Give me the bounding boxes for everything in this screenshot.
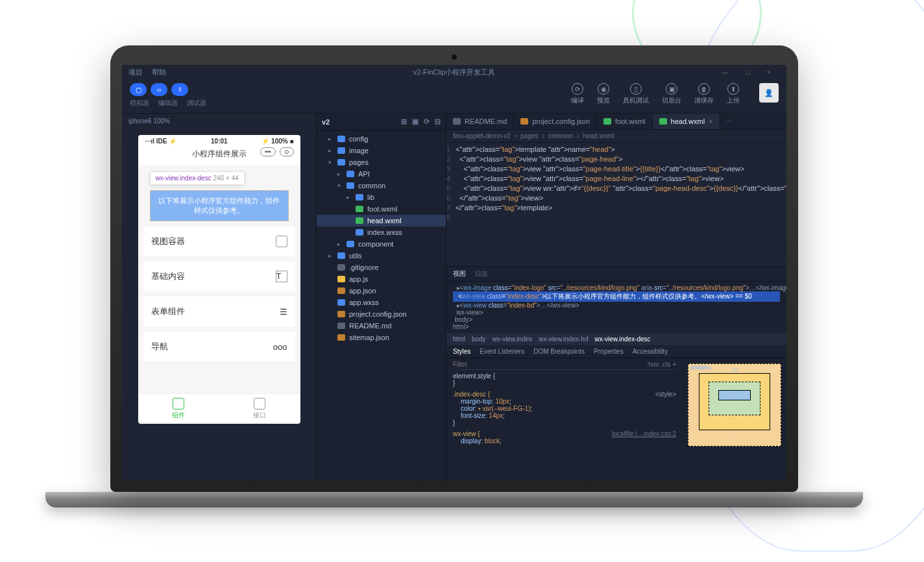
menu-item[interactable]: 视图容器	[143, 226, 295, 256]
label-debug: 调试器	[187, 99, 206, 108]
tree-node[interactable]: README.md	[317, 320, 446, 332]
upload-button[interactable]: ⬆上传	[727, 83, 740, 105]
hov-toggle[interactable]: :hov	[647, 361, 659, 368]
menubar: 项目 帮助 v2-FinClip小程序开发工具 — □ ×	[122, 65, 786, 79]
tree-node[interactable]: .gitignore	[317, 262, 446, 273]
tree-node[interactable]: ▾common	[317, 180, 446, 191]
tab-view[interactable]: 视图	[453, 269, 466, 278]
menu-dots-icon[interactable]: •••	[260, 147, 275, 156]
main-row: iphone6 100% ⋯ıl IDE ⚡ 10:01 ⚡ 100% ■ 小程…	[122, 114, 786, 480]
menu-item[interactable]: 导航ooo	[143, 332, 295, 361]
tree-node[interactable]: head.wxml	[317, 215, 446, 226]
app-screen: 项目 帮助 v2-FinClip小程序开发工具 — □ × ▢ ‹› ⫴ 模拟器…	[122, 65, 786, 480]
camera-dot	[452, 55, 457, 60]
maximize-icon[interactable]: □	[746, 68, 750, 76]
devtools-panel: 视图 日志 ▸<wx-image class="index-logo" src=…	[446, 266, 786, 480]
editor-tab[interactable]: foot.wxml	[597, 114, 652, 129]
laptop-base	[45, 492, 863, 507]
style-tab[interactable]: DOM Breakpoints	[533, 348, 585, 355]
close-icon[interactable]: ×	[767, 68, 771, 76]
clear-cache-button[interactable]: 🗑清缓存	[694, 83, 714, 105]
more-tabs-icon[interactable]: ⋯	[720, 117, 738, 126]
more-icon: ooo	[273, 342, 287, 352]
code-editor[interactable]: 12345678 <"attr">class="tag">template "a…	[446, 143, 786, 266]
editor-tabs: README.mdproject.config.jsonfoot.wxmlhea…	[446, 114, 786, 130]
app-title: 小程序组件展示 •••⊙	[138, 147, 300, 165]
styles-panel[interactable]: :hov .cls + element.style {} .index-desc…	[446, 358, 683, 480]
dom-breadcrumb[interactable]: htmlbodywx-view.indexwx-view.index-hdwx-…	[446, 333, 786, 345]
editor-tab[interactable]: README.md	[446, 114, 514, 129]
container-icon	[276, 236, 287, 247]
line-gutter: 12345678	[446, 143, 456, 266]
text-icon: T	[276, 271, 287, 282]
tree-node[interactable]: ▸utils	[317, 250, 446, 262]
menu-item[interactable]: 基础内容T	[143, 262, 295, 291]
new-folder-icon[interactable]: ▣	[412, 117, 419, 126]
tree-node[interactable]: app.wxss	[317, 297, 446, 308]
cls-toggle[interactable]: .cls	[661, 361, 670, 368]
collapse-icon[interactable]: ⊟	[435, 117, 441, 126]
label-sim: 模拟器	[130, 99, 149, 108]
refresh-icon[interactable]: ⟳	[424, 117, 430, 126]
compile-button[interactable]: ⟳编译	[571, 83, 584, 105]
tree-node[interactable]: ▸image	[317, 145, 446, 156]
style-tab[interactable]: Accessibility	[633, 348, 668, 355]
tree-node[interactable]: ▸config	[317, 133, 446, 145]
dom-inspector[interactable]: ▸<wx-image class="index-logo" src="../re…	[446, 282, 786, 333]
menu-help[interactable]: 帮助	[152, 67, 166, 77]
close-circle-icon[interactable]: ⊙	[280, 147, 294, 156]
device-label[interactable]: iphone6 100%	[122, 114, 316, 128]
style-tab[interactable]: Styles	[453, 348, 470, 355]
list-icon: ☰	[280, 307, 287, 317]
editor-tab[interactable]: project.config.json	[514, 114, 597, 129]
minimize-icon[interactable]: —	[722, 68, 729, 76]
tree-node[interactable]: ▾pages	[317, 156, 446, 168]
tree-node[interactable]: app.json	[317, 285, 446, 297]
editor-pane: README.mdproject.config.jsonfoot.wxmlhea…	[446, 114, 786, 480]
style-tab[interactable]: Event Listeners	[480, 348, 524, 355]
simulator-pane: iphone6 100% ⋯ıl IDE ⚡ 10:01 ⚡ 100% ■ 小程…	[122, 114, 317, 480]
tree-node[interactable]: project.config.json	[317, 308, 446, 320]
file-tree-pane: v2 ⊞ ▣ ⟳ ⊟ ▸config▸image▾pages▸API▾commo…	[317, 114, 446, 480]
tab-component[interactable]: 组件	[138, 394, 219, 424]
styles-tabs: StylesEvent ListenersDOM BreakpointsProp…	[446, 345, 786, 358]
preview-button[interactable]: ◉预览	[597, 83, 610, 105]
tree-node[interactable]: ▸lib	[317, 191, 446, 203]
editor-toggle[interactable]: ‹›	[151, 83, 167, 96]
filter-input[interactable]	[453, 361, 647, 368]
menu-project[interactable]: 项目	[128, 67, 143, 77]
remote-debug-button[interactable]: ▯真机调试	[623, 83, 649, 105]
debugger-toggle[interactable]: ⫴	[171, 83, 188, 96]
file-tree[interactable]: ▸config▸image▾pages▸API▾common▸libfoot.w…	[317, 130, 446, 346]
tree-node[interactable]: index.wxss	[317, 226, 446, 238]
laptop-frame: 项目 帮助 v2-FinClip小程序开发工具 — □ × ▢ ‹› ⫴ 模拟器…	[110, 45, 798, 507]
breadcrumb[interactable]: fino-applet-demo-v2›pages›common›head.wx…	[446, 130, 786, 143]
highlighted-element[interactable]: 以下将展示小程序官方组件能力，组件样式仅供参考。	[150, 190, 289, 221]
background-button[interactable]: ▣切后台	[662, 83, 681, 105]
menu-item[interactable]: 表单组件☰	[143, 297, 295, 326]
tab-api[interactable]: 接口	[219, 394, 300, 424]
box-model[interactable]: margin10 border- padding- 240 × 44 - - -	[683, 358, 786, 480]
add-rule-icon[interactable]: +	[672, 361, 676, 368]
new-file-icon[interactable]: ⊞	[401, 117, 407, 126]
avatar[interactable]: 👤	[759, 83, 779, 103]
phone-statusbar: ⋯ıl IDE ⚡ 10:01 ⚡ 100% ■	[138, 135, 300, 147]
editor-tab[interactable]: head.wxml×	[653, 114, 720, 129]
window-title: v2-FinClip小程序开发工具	[413, 67, 496, 77]
tab-log[interactable]: 日志	[475, 269, 488, 278]
tree-node[interactable]: ▸API	[317, 168, 446, 180]
devtools-top-tabs: 视图 日志	[446, 267, 786, 282]
tree-header: v2 ⊞ ▣ ⟳ ⊟	[317, 114, 446, 130]
style-tab[interactable]: Properties	[594, 348, 624, 355]
tree-node[interactable]: sitemap.json	[317, 332, 446, 343]
label-editor: 编辑器	[158, 99, 178, 108]
phone-tabbar: 组件 接口	[138, 393, 300, 424]
phone-simulator: ⋯ıl IDE ⚡ 10:01 ⚡ 100% ■ 小程序组件展示 •••⊙ wx…	[138, 135, 300, 424]
window-controls: — □ ×	[722, 68, 780, 76]
close-tab-icon[interactable]: ×	[709, 117, 712, 125]
toolbar: ▢ ‹› ⫴ 模拟器 编辑器 调试器 ⟳编译 ◉预览 ▯真机调试 ▣切后台 🗑清…	[122, 79, 786, 114]
tree-node[interactable]: app.js	[317, 273, 446, 285]
tree-node[interactable]: foot.wxml	[317, 203, 446, 215]
tree-node[interactable]: ▸component	[317, 238, 446, 250]
simulator-toggle[interactable]: ▢	[130, 83, 147, 96]
